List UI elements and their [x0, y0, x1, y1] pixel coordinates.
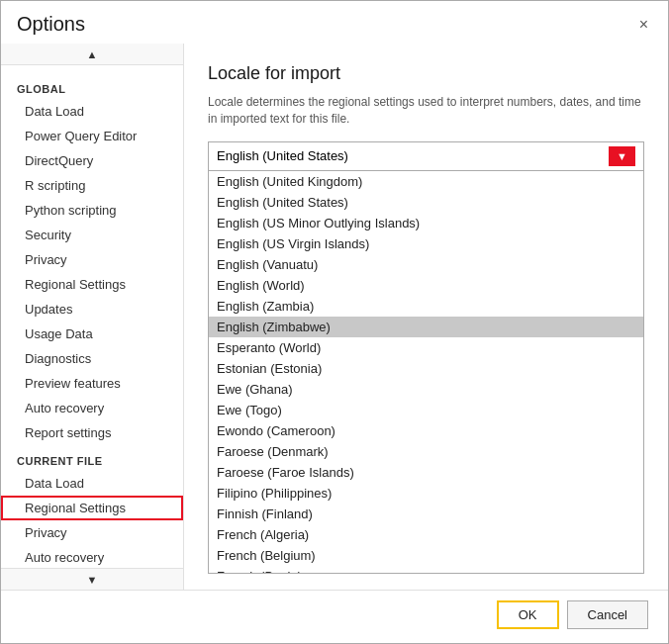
sidebar-item-privacy-current[interactable]: Privacy — [1, 520, 183, 545]
locale-selected-display[interactable]: English (United States) ▼ — [208, 141, 644, 171]
list-item[interactable]: Ewe (Togo) — [209, 400, 643, 420]
sidebar-item-data-load-current[interactable]: Data Load — [1, 471, 183, 496]
list-item[interactable]: English (World) — [209, 275, 643, 296]
sidebar-item-report-settings[interactable]: Report settings — [1, 420, 183, 445]
sidebar-item-power-query-editor[interactable]: Power Query Editor — [1, 124, 183, 148]
locale-selected-text: English (United States) — [217, 148, 348, 163]
list-item[interactable]: English (Zambia) — [209, 296, 643, 317]
content-title: Locale for import — [208, 63, 644, 84]
list-item[interactable]: English (Vanuatu) — [209, 254, 643, 275]
sidebar-scroll-down[interactable]: ▼ — [1, 568, 183, 590]
locale-list-area: English (United Kingdom) English (United… — [208, 171, 644, 574]
sidebar-item-preview-features[interactable]: Preview features — [1, 371, 183, 396]
title-bar: Options × — [1, 1, 668, 44]
locale-list-container: English (United Kingdom) English (United… — [208, 171, 644, 574]
sidebar-item-data-load[interactable]: Data Load — [1, 99, 183, 124]
sidebar-item-security[interactable]: Security — [1, 223, 183, 247]
sidebar-scroll-area: GLOBAL Data Load Power Query Editor Dire… — [1, 65, 183, 568]
sidebar-item-direct-query[interactable]: DirectQuery — [1, 148, 183, 173]
current-section-header: CURRENT FILE — [1, 445, 183, 471]
locale-dropdown-button[interactable]: ▼ — [609, 146, 635, 166]
list-item[interactable]: English (US Virgin Islands) — [209, 233, 643, 254]
list-item[interactable]: Ewe (Ghana) — [209, 379, 643, 400]
dialog-footer: OK Cancel — [1, 590, 668, 643]
list-item[interactable]: Ewondo (Cameroon) — [209, 420, 643, 441]
locale-list[interactable]: English (United Kingdom) English (United… — [209, 171, 643, 573]
sidebar-item-usage-data[interactable]: Usage Data — [1, 322, 183, 346]
global-section-header: GLOBAL — [1, 73, 183, 99]
dialog-body: ▲ GLOBAL Data Load Power Query Editor Di… — [1, 44, 668, 590]
list-item[interactable]: Faroese (Faroe Islands) — [209, 462, 643, 483]
list-item[interactable]: Filipino (Philippines) — [209, 483, 643, 504]
list-item[interactable]: Esperanto (World) — [209, 337, 643, 358]
list-item[interactable]: English (United States) — [209, 192, 643, 213]
list-item[interactable]: Estonian (Estonia) — [209, 358, 643, 379]
cancel-button[interactable]: Cancel — [567, 600, 648, 629]
list-item-highlighted[interactable]: English (Zimbabwe) — [209, 317, 643, 337]
sidebar-item-diagnostics[interactable]: Diagnostics — [1, 346, 183, 371]
main-content: Locale for import Locale determines the … — [184, 44, 668, 590]
sidebar-item-privacy[interactable]: Privacy — [1, 247, 183, 272]
list-item[interactable]: Faroese (Denmark) — [209, 441, 643, 462]
sidebar-item-python-scripting[interactable]: Python scripting — [1, 198, 183, 223]
sidebar-scroll-up[interactable]: ▲ — [1, 44, 183, 65]
sidebar-item-regional-settings-current[interactable]: Regional Settings — [1, 496, 183, 520]
sidebar-item-regional-settings-global[interactable]: Regional Settings — [1, 272, 183, 297]
list-item[interactable]: English (US Minor Outlying Islands) — [209, 213, 643, 233]
list-item[interactable]: French (Belgium) — [209, 545, 643, 566]
sidebar-item-updates[interactable]: Updates — [1, 297, 183, 322]
ok-button[interactable]: OK — [497, 600, 559, 629]
content-description: Locale determines the regional settings … — [208, 94, 644, 128]
list-item[interactable]: English (United Kingdom) — [209, 171, 643, 192]
sidebar: ▲ GLOBAL Data Load Power Query Editor Di… — [1, 44, 184, 590]
list-item[interactable]: French (Benin) — [209, 566, 643, 573]
sidebar-item-auto-recovery-global[interactable]: Auto recovery — [1, 396, 183, 420]
list-item[interactable]: Finnish (Finland) — [209, 504, 643, 524]
options-dialog: Options × ▲ GLOBAL Data Load Power Query… — [0, 0, 669, 644]
locale-dropdown-container: English (United States) ▼ — [208, 141, 644, 171]
sidebar-item-r-scripting[interactable]: R scripting — [1, 173, 183, 198]
list-item[interactable]: French (Algeria) — [209, 524, 643, 545]
close-button[interactable]: × — [635, 15, 652, 35]
dialog-title: Options — [17, 13, 85, 36]
sidebar-item-auto-recovery-current[interactable]: Auto recovery — [1, 545, 183, 568]
